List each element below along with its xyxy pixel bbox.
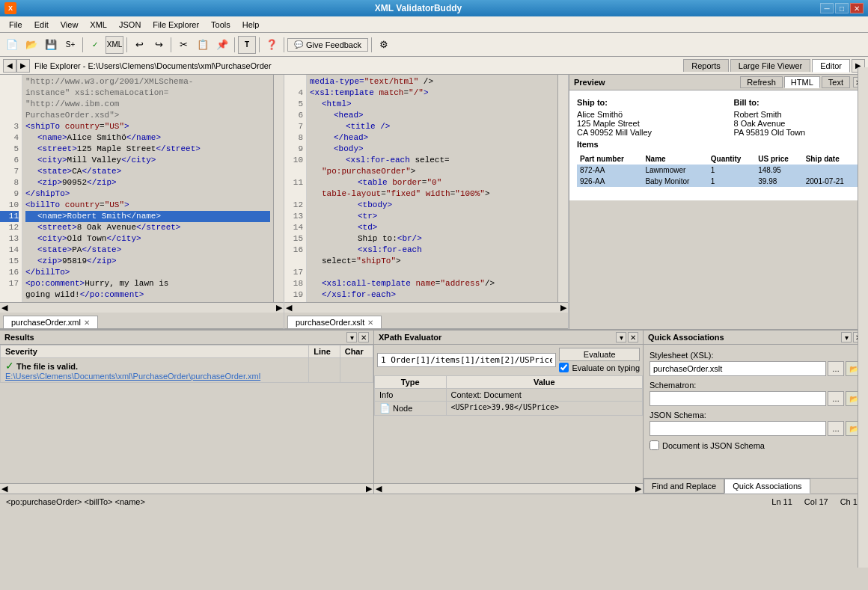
preview-tab-text[interactable]: Text [822,76,850,88]
paste-button[interactable]: 📌 [213,36,231,54]
preview-tab-refresh[interactable]: Refresh [740,76,783,88]
redo-button[interactable]: ↪ [150,36,168,54]
cut-button[interactable]: ✂ [174,36,192,54]
left-tab-xml[interactable]: purchaseOrder.xml ✕ [3,316,98,328]
xpath-eval-checkbox[interactable] [559,363,569,372]
bottom-area: Results ▾ ✕ Severity Line Char ✓ The fil… [0,329,868,494]
right-editor-hscrollbar[interactable]: ◀▶ [284,302,568,313]
preview-panel: Preview Refresh HTML Text ✕ Ship to: Ali… [569,75,868,329]
right-editor-scrollbar[interactable] [557,75,568,302]
code-line: <xsl:template match="/"> [310,87,554,99]
xpath-evaluate-button[interactable]: Evaluate [559,348,640,361]
toolbar-sep4 [234,37,235,52]
qa-header: Quick Associations ▾ ✕ [644,331,868,345]
save-button[interactable]: 💾 [42,36,60,54]
menu-help[interactable]: Help [236,19,266,31]
save-all-button[interactable]: S+ [61,36,79,54]
xpath-hscrollbar[interactable]: ◀▶ [374,483,643,494]
qa-json-schema-input-row: … 📂 [650,421,862,436]
minimize-button[interactable]: ─ [820,3,834,13]
toolbar-sep3 [171,37,171,52]
help-button[interactable]: ❓ [263,36,281,54]
xml-validate-button[interactable]: ✓ [86,36,104,54]
preview-scrollbar[interactable] [858,67,868,568]
right-editor-tabs: purchaseOrder.xslt ✕ [284,313,568,329]
menu-view[interactable]: View [55,19,85,31]
file-path[interactable]: E:\Users\Clemens\Documents\xml\PurchaseO… [5,372,260,381]
qa-schematron-browse1[interactable]: … [828,391,844,406]
right-tab-xslt[interactable]: purchaseOrder.xslt ✕ [287,316,382,328]
new-button[interactable]: 📄 [3,36,21,54]
close-left-tab[interactable]: ✕ [84,319,90,327]
row1-qty: 1 [708,165,755,176]
results-close[interactable]: ✕ [358,332,369,342]
menu-xml[interactable]: XML [84,19,113,31]
left-editor-hscrollbar[interactable]: ◀▶ [0,302,284,313]
row1-price: 148.95 [755,165,802,176]
left-line-numbers: 3 4 5 6 7 8 9 10 11 12 13 14 15 16 17 18… [0,75,22,302]
qa-pin[interactable]: ▾ [841,332,852,342]
row1-part: 872-AA [577,165,642,176]
nav-forward[interactable]: ▶ [16,59,30,73]
qa-stylesheet-input[interactable] [650,361,826,376]
results-hscrollbar[interactable]: ◀▶ [0,483,373,494]
xml-button[interactable]: XML [106,36,123,54]
preview-tab-html[interactable]: HTML [784,76,820,88]
menu-tools[interactable]: Tools [205,19,236,31]
copy-button[interactable]: 📋 [194,36,212,54]
qa-json-schema-browse1[interactable]: … [828,421,844,436]
left-editor-scrollbar[interactable] [273,75,284,302]
xpath-value-node: <USPrice>39.98</USPrice> [446,402,642,416]
nav-tab-large-file[interactable]: Large File Viewer [730,59,810,72]
code-line: <zip>95819</zip> [25,256,270,267]
preview-title: Preview [574,78,605,87]
code-line: <city>Mill Valley</city> [25,155,270,166]
nav-tab-editor[interactable]: Editor [812,59,850,73]
code-line: <name>Alice Smithö</name> [25,132,270,144]
code-line: </billTo> [25,267,270,278]
qa-stylesheet-browse1[interactable]: … [828,361,844,376]
undo-button[interactable]: ↩ [130,36,148,54]
qa-schematron-input[interactable] [650,391,826,406]
preview-bill-street: 8 Oak Avenue [734,119,861,128]
qa-json-schema-checkbox[interactable] [650,440,659,450]
title-bar: X XML ValidatorBuddy ─ □ ✕ [0,0,868,16]
window-controls: ─ □ ✕ [820,3,864,13]
find-button[interactable]: T [238,36,256,54]
left-code-content[interactable]: 3 4 5 6 7 8 9 10 11 12 13 14 15 16 17 18… [0,75,284,302]
close-button[interactable]: ✕ [850,3,864,13]
xpath-controls: ▾ ✕ [616,332,638,342]
row1-date [803,165,861,176]
qa-tab-find-replace[interactable]: Find and Replace [644,479,724,494]
feedback-button[interactable]: 💬 Give Feedback [287,38,368,52]
menu-json[interactable]: JSON [113,19,147,31]
results-pin[interactable]: ▾ [346,332,357,342]
qa-json-schema-input[interactable] [650,421,826,436]
qa-tabs-area: Find and Replace Quick Associations [644,478,868,494]
code-line: instance" xsi:schemaLocation= [25,87,270,99]
preview-table-header: Part number Name Quantity US price Ship … [577,153,861,165]
left-code-lines[interactable]: "http://www.w3.org/2001/XMLSchema- insta… [22,75,273,302]
xpath-pin[interactable]: ▾ [616,332,626,342]
open-button[interactable]: 📂 [22,36,40,54]
right-code-content[interactable]: 4 5 6 7 8 9 10 11 12 13 14 15 16 17 18 1… [284,75,568,302]
code-line: <td> [310,222,554,233]
qa-tab-quick-assoc[interactable]: Quick Associations [724,479,810,494]
menu-edit[interactable]: Edit [28,19,55,31]
xpath-input[interactable] [377,353,556,367]
menu-file-explorer[interactable]: File Explorer [147,19,205,31]
code-line: <html> [310,99,554,110]
nav-back[interactable]: ◀ [3,59,16,73]
settings-button[interactable]: ⚙ [375,36,393,54]
menu-file[interactable]: File [3,19,28,31]
nav-tab-reports[interactable]: Reports [683,59,729,72]
right-editor: 4 5 6 7 8 9 10 11 12 13 14 15 16 17 18 1… [284,75,569,329]
toolbar-sep1 [82,37,83,52]
right-code-lines[interactable]: media-type="text/html" /> <xsl:template … [307,75,557,302]
code-line: </shipTo> [25,188,270,200]
close-right-tab[interactable]: ✕ [367,319,373,327]
xpath-close[interactable]: ✕ [628,332,638,342]
code-line: <state>PA</state> [25,245,270,256]
col-price: US price [755,153,802,165]
maximize-button[interactable]: □ [835,3,849,13]
